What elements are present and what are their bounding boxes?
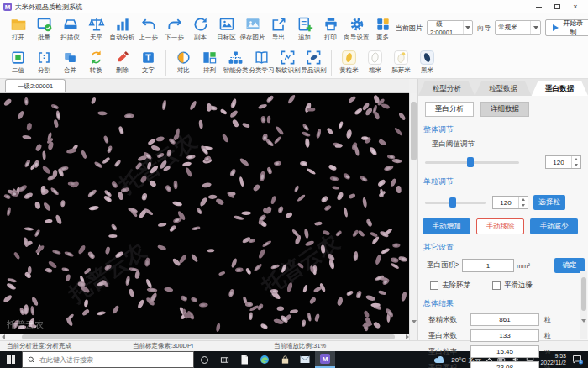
spin-up-icon[interactable] <box>519 197 528 202</box>
toolbar-item-binarize[interactable]: 二值 <box>5 49 31 76</box>
chalkiness-analysis-button[interactable]: 垩白分析 <box>425 102 474 117</box>
overall-threshold-spinbox[interactable]: 120 <box>545 155 581 169</box>
toolbar-item-print[interactable]: 打印 <box>318 15 344 42</box>
manual-add-button[interactable]: 手动增加 <box>423 218 470 234</box>
scroll-down-icon[interactable] <box>412 323 417 339</box>
toolbar-item-glutinous-rice[interactable]: 糯米 <box>362 49 388 76</box>
detail-data-button[interactable]: 详细数据 <box>480 102 529 117</box>
single-grain-spinbox[interactable]: 120 <box>492 196 528 209</box>
image-viewport[interactable] <box>0 93 409 334</box>
delete-icon <box>114 50 130 66</box>
edge-icon[interactable] <box>255 351 275 368</box>
toolbar-item-classify-learn[interactable]: 分类学习 <box>249 49 275 76</box>
toolbar-item-compare[interactable]: 对比 <box>171 49 197 76</box>
toolbar-item-duplicate[interactable]: 副本 <box>187 15 213 42</box>
toolbar-item-open[interactable]: 打开 <box>5 15 31 42</box>
foreign-detect-icon <box>306 50 322 66</box>
search-input[interactable] <box>39 356 174 364</box>
checkbox-icon[interactable] <box>492 281 501 290</box>
taskbar-search[interactable] <box>22 351 194 368</box>
more-icon <box>375 16 391 33</box>
wizard-select[interactable]: 常规米 <box>495 20 541 35</box>
maximize-button[interactable] <box>548 1 566 13</box>
toolbar-item-crack-detect[interactable]: 裂纹识别 <box>275 49 301 76</box>
toolbar-item-split[interactable]: 分割 <box>31 49 57 76</box>
cortana-icon[interactable] <box>194 351 214 368</box>
toolbar-item-black-rice[interactable]: 黑米 <box>414 49 440 76</box>
toolbar-item-delete[interactable]: 删除 <box>109 49 135 76</box>
toolbar-item-germ-rice[interactable]: 胚芽米 <box>388 49 414 76</box>
toolbar-item-auto-analyze[interactable]: 自动分析 <box>109 15 135 42</box>
toolbar-item-export[interactable]: 导出 <box>265 15 291 42</box>
smart-classify-icon <box>228 50 244 66</box>
toolbar-item-next-step[interactable]: 下一步 <box>161 15 187 42</box>
toolbar-item-more[interactable]: 更多 <box>370 15 396 42</box>
close-button[interactable]: × <box>566 1 585 13</box>
toolbar-item-smart-classify[interactable]: 智能分类 <box>223 49 249 76</box>
black-rice-icon <box>419 50 435 66</box>
toolbar-item-text[interactable]: 文字 <box>135 49 161 76</box>
toolbar-item-balance[interactable]: 天平 <box>83 15 109 42</box>
result-label: 垩白粒率 <box>428 347 470 357</box>
toolbar-item-label: 裂纹识别 <box>276 66 301 75</box>
task-view-icon[interactable] <box>214 351 234 368</box>
toolbar-item-convert[interactable]: 转换 <box>83 49 109 76</box>
toolbar-item-prev-step[interactable]: 上一步 <box>135 15 161 42</box>
overall-threshold-slider[interactable] <box>425 161 519 164</box>
vertical-scrollbar-image[interactable] <box>409 93 417 340</box>
minimize-button[interactable] <box>529 1 548 13</box>
toolbar-item-wizard-settings[interactable]: 向导设置 <box>344 15 370 42</box>
select-grain-button[interactable]: 选择粒 <box>533 195 565 210</box>
result-value[interactable]: 133 <box>470 329 539 342</box>
export-icon <box>270 16 287 33</box>
result-value[interactable]: 23.08 <box>470 361 539 368</box>
start-record-button[interactable]: 开始录制 <box>545 19 588 36</box>
start-button[interactable] <box>0 351 22 368</box>
mail-icon[interactable] <box>295 351 315 368</box>
result-label: 整精米数 <box>428 315 470 325</box>
checkbox-去除胚芽[interactable]: 去除胚芽 <box>430 281 470 291</box>
chalk-area-input[interactable]: 1 <box>462 259 514 272</box>
scroll-right-icon[interactable] <box>402 334 409 340</box>
result-value[interactable]: 15.45 <box>470 345 539 358</box>
spin-down-icon[interactable] <box>572 162 580 168</box>
toolbar-item-target-area[interactable]: 目标区 <box>213 15 239 42</box>
notepad-icon[interactable] <box>234 351 255 368</box>
result-row: 垩白米数133粒 <box>428 329 576 342</box>
manual-remove-button[interactable]: 手动移除 <box>476 218 524 234</box>
toolbar-item-merge[interactable]: 合并 <box>57 49 83 76</box>
rice-app-icon[interactable]: M <box>315 351 335 368</box>
checkbox-icon[interactable] <box>430 281 438 290</box>
store-icon[interactable] <box>275 351 295 368</box>
slider-thumb[interactable] <box>449 197 456 208</box>
toolbar-item-label: 更多 <box>376 34 389 42</box>
toolbar-item-append[interactable]: 追加 <box>291 15 318 42</box>
panel-tab-粒型数据[interactable]: 粒型数据 <box>475 81 531 96</box>
panel-tab-粒型分析[interactable]: 粒型分析 <box>418 81 475 96</box>
toolbar-item-save-image[interactable]: 保存图片 <box>239 15 265 42</box>
yellow-rice-icon <box>341 50 357 66</box>
checkbox-平滑边缘[interactable]: 平滑边缘 <box>492 281 533 291</box>
panel-scroll-thumb[interactable] <box>581 277 586 311</box>
toolbar-item-scanner[interactable]: 扫描仪 <box>57 15 83 42</box>
title-bar: M 大米外观品质检测系统 × <box>0 0 588 13</box>
panel-tab-垩白数据[interactable]: 垩白数据 <box>532 81 588 96</box>
manual-decrease-button[interactable]: 手动减少 <box>530 218 578 234</box>
result-value[interactable]: 861 <box>470 313 539 326</box>
horizontal-scrollbar[interactable] <box>0 334 409 340</box>
toolbar-item-foreign-detect[interactable]: 异品识别 <box>301 49 327 76</box>
vertical-scroll-thumb[interactable] <box>411 102 417 160</box>
scroll-left-icon[interactable] <box>0 334 7 340</box>
horizontal-scroll-thumb[interactable] <box>22 334 395 339</box>
toolbar-item-yellow-rice[interactable]: 黄粒米 <box>336 49 362 76</box>
slider-thumb[interactable] <box>467 157 474 167</box>
spin-down-icon[interactable] <box>519 202 528 208</box>
spin-up-icon[interactable] <box>572 156 580 162</box>
single-grain-slider[interactable] <box>425 202 486 204</box>
scroll-down-icon[interactable] <box>581 323 586 338</box>
toolbar-item-batch[interactable]: 批量 <box>31 15 57 42</box>
toolbar-item-arrange[interactable]: 排列 <box>197 49 223 76</box>
current-image-select[interactable]: 一级2:00001 <box>427 20 473 35</box>
vertical-scrollbar-panel[interactable] <box>580 271 587 339</box>
document-tab[interactable]: 一级2:00001 <box>5 79 66 92</box>
